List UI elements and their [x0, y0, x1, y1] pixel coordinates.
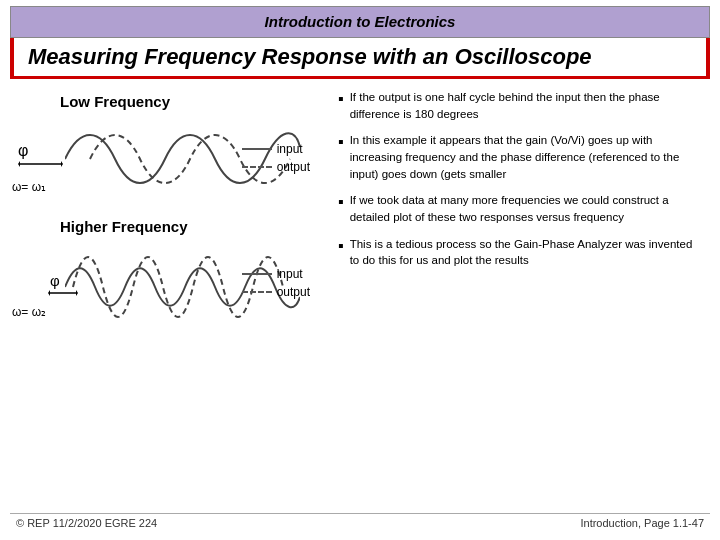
- solid-line-low: [242, 148, 272, 150]
- dashed-line-low: [242, 166, 272, 168]
- low-freq-section: Low Frequency φ ω= ω₁: [10, 93, 330, 202]
- footer: © REP 11/2/2020 EGRE 224 Introduction, P…: [10, 513, 710, 532]
- input-label-low: input: [277, 142, 303, 156]
- right-panel: ▪ If the output is one half cycle behind…: [330, 83, 710, 513]
- dashed-line-high: [242, 291, 272, 293]
- bullet-text-4: This is a tedious process so the Gain-Ph…: [350, 236, 702, 269]
- high-freq-legend: input output: [242, 267, 310, 299]
- bullet-text-2: In this example it appears that the gain…: [350, 132, 702, 182]
- low-freq-waveform: φ ω= ω₁: [10, 112, 310, 202]
- left-panel: Low Frequency φ ω= ω₁: [10, 83, 330, 513]
- input-label-high: input: [277, 267, 303, 281]
- footer-left: © REP 11/2/2020 EGRE 224: [16, 517, 157, 529]
- omega2-label: ω= ω₂: [12, 305, 46, 319]
- bullet-text-3: If we took data at many more frequencies…: [350, 192, 702, 225]
- low-freq-legend: input output: [242, 142, 310, 174]
- omega1-label: ω= ω₁: [12, 180, 46, 194]
- svg-marker-2: [61, 161, 63, 167]
- legend-output-high: output: [242, 285, 310, 299]
- svg-marker-4: [48, 290, 50, 296]
- phi-arrow-low: [18, 157, 63, 171]
- legend-output-low: output: [242, 160, 310, 174]
- bullet-4: ▪ This is a tedious process so the Gain-…: [338, 236, 702, 269]
- footer-right: Introduction, Page 1.1-47: [580, 517, 704, 529]
- high-freq-section: Higher Frequency φ ω= ω₂: [10, 212, 330, 337]
- bullet-dot-1: ▪: [338, 89, 344, 108]
- title-text: Introduction to Electronics: [265, 13, 456, 30]
- legend-input-high: input: [242, 267, 310, 281]
- high-freq-label: Higher Frequency: [60, 218, 330, 235]
- bullet-dot-3: ▪: [338, 192, 344, 211]
- main-content: Low Frequency φ ω= ω₁: [10, 83, 710, 513]
- legend-input-low: input: [242, 142, 310, 156]
- output-label-low: output: [277, 160, 310, 174]
- bullet-dot-4: ▪: [338, 236, 344, 255]
- bullet-1: ▪ If the output is one half cycle behind…: [338, 89, 702, 122]
- title-bar: Introduction to Electronics: [10, 6, 710, 38]
- bullet-dot-2: ▪: [338, 132, 344, 151]
- bullet-2: ▪ In this example it appears that the ga…: [338, 132, 702, 182]
- solid-line-high: [242, 273, 272, 275]
- low-freq-label: Low Frequency: [60, 93, 330, 110]
- subtitle-text: Measuring Frequency Response with an Osc…: [28, 44, 592, 69]
- svg-marker-1: [18, 161, 20, 167]
- subtitle-bar: Measuring Frequency Response with an Osc…: [10, 38, 710, 79]
- bullet-text-1: If the output is one half cycle behind t…: [350, 89, 702, 122]
- high-freq-waveform: φ ω= ω₂: [10, 237, 310, 337]
- bullet-3: ▪ If we took data at many more frequenci…: [338, 192, 702, 225]
- output-label-high: output: [277, 285, 310, 299]
